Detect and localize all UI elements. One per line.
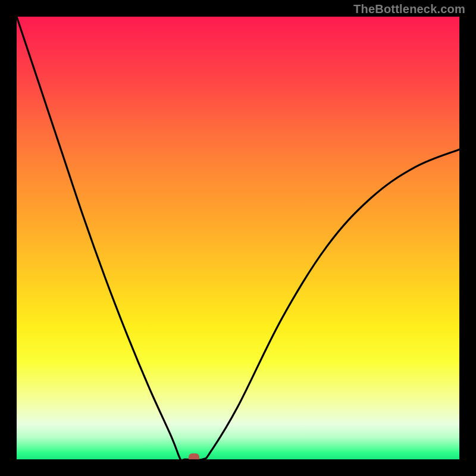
plot-area <box>17 17 459 459</box>
chart-frame: TheBottleneck.com <box>0 0 476 476</box>
watermark-text: TheBottleneck.com <box>353 2 465 16</box>
minimum-marker <box>189 453 199 459</box>
curve-svg <box>17 17 459 459</box>
bottleneck-curve-path <box>17 17 459 459</box>
